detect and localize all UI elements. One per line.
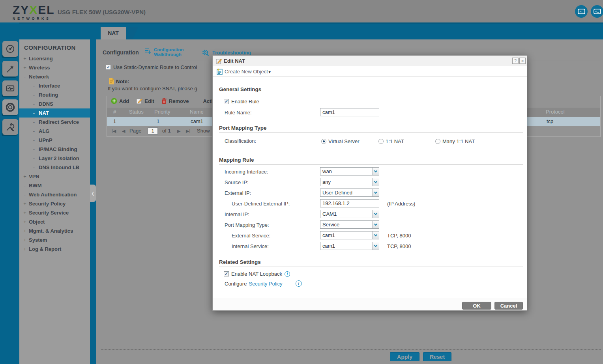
- col-name[interactable]: Name: [190, 109, 204, 115]
- ip-address-hint: (IP Address): [387, 201, 415, 207]
- note-text: If you want to configure SNAT, please g: [108, 86, 197, 91]
- port-mapping-type-label: Port Mapping Type:: [225, 222, 269, 228]
- sidebar-item-mgmt-analytics[interactable]: +Mgmt. & Analytics: [19, 226, 90, 235]
- info-icon[interactable]: i: [285, 271, 290, 277]
- radio-icon: [321, 139, 326, 144]
- sidebar-item-dns-inbound-lb[interactable]: -DNS Inbound LB: [19, 163, 90, 172]
- radio-many-1-1-nat[interactable]: Many 1:1 NAT: [435, 138, 475, 144]
- row-num: 1: [113, 118, 116, 124]
- sidebar-item-licensing[interactable]: +Licensing: [19, 54, 90, 63]
- reset-button[interactable]: Reset: [423, 352, 451, 361]
- radio-icon: [435, 139, 440, 144]
- radio-icon: [378, 139, 384, 144]
- port-mapping-type-heading: Port Mapping Type: [219, 125, 267, 131]
- col-protocol[interactable]: Protocol: [546, 109, 565, 115]
- setup-wizard-icon[interactable]: [2, 61, 18, 77]
- sidebar-collapse-handle[interactable]: ❮: [90, 185, 96, 202]
- tab-band: [0, 22, 603, 39]
- internal-ip-select[interactable]: CAM1: [320, 210, 379, 218]
- create-new-object-bar: Create New Object▼: [213, 66, 527, 77]
- static-route-row: ✓ Use Static-Dynamic Route to Control: [106, 64, 197, 70]
- sidebar-item-log-report[interactable]: +Log & Report: [19, 245, 90, 254]
- page-number-input[interactable]: [148, 127, 158, 134]
- incoming-interface-select[interactable]: wan: [320, 167, 379, 175]
- static-route-checkbox[interactable]: ✓: [106, 65, 111, 70]
- edit-button[interactable]: Edit: [136, 98, 154, 104]
- caret-down-icon: ▼: [268, 70, 272, 74]
- rule-name-input[interactable]: [320, 108, 379, 116]
- chevron-down-icon: [372, 242, 379, 250]
- dialog-title: Edit NAT: [224, 58, 245, 64]
- external-ip-select[interactable]: User Defined: [320, 189, 379, 197]
- external-service-label: External Service:: [232, 233, 270, 239]
- web-console-icon[interactable]: <..: [591, 5, 603, 18]
- apply-button[interactable]: Apply: [390, 352, 419, 361]
- show-label: Show: [197, 128, 210, 134]
- sidebar-item-security-service[interactable]: +Security Service: [19, 208, 90, 217]
- tab-nat[interactable]: NAT: [101, 27, 126, 39]
- sidebar: CONFIGURATION +Licensing +Wireless -Netw…: [19, 39, 90, 364]
- create-new-object-button[interactable]: Create New Object▼: [225, 69, 272, 75]
- sidebar-title: CONFIGURATION: [19, 39, 90, 54]
- configuration-walkthrough-link[interactable]: ConfigurationWalkthrough: [144, 47, 184, 57]
- sidebar-item-vpn[interactable]: +VPN: [19, 172, 90, 181]
- info-icon[interactable]: i: [296, 280, 302, 287]
- col-priority[interactable]: Priority: [154, 109, 170, 115]
- monitoring-icon[interactable]: [2, 80, 18, 96]
- last-page-icon[interactable]: ▶|: [186, 129, 190, 134]
- activate-bulb-icon: [196, 98, 201, 104]
- sidebar-item-redirect-service[interactable]: -Redirect Service: [19, 118, 90, 127]
- sidebar-item-upnp[interactable]: -UPnP: [19, 136, 90, 145]
- enable-nat-loopback-checkbox[interactable]: ✓: [224, 271, 229, 276]
- incoming-interface-label: Incoming Interface:: [225, 169, 268, 175]
- security-policy-link[interactable]: Security Policy: [249, 281, 282, 287]
- col-num[interactable]: #: [113, 109, 116, 115]
- note-row: Note:: [109, 78, 129, 84]
- next-page-icon[interactable]: ▶: [177, 129, 180, 134]
- sidebar-item-nat[interactable]: -NAT: [19, 108, 96, 118]
- port-mapping-type-select[interactable]: Service: [320, 220, 379, 229]
- sidebar-item-system[interactable]: +System: [19, 235, 90, 245]
- sidebar-item-web-authentication[interactable]: -Web Authentication: [19, 190, 90, 199]
- remove-button[interactable]: Remove: [161, 98, 189, 104]
- rule-name-label: Rule Name:: [225, 110, 252, 116]
- add-button[interactable]: Add: [111, 98, 129, 104]
- sidebar-item-layer2-isolation[interactable]: -Layer 2 Isolation: [19, 154, 90, 163]
- cancel-button[interactable]: Cancel: [494, 302, 523, 310]
- dialog-titlebar[interactable]: Edit NAT ? ×: [213, 56, 527, 66]
- prev-page-icon[interactable]: ◀: [122, 129, 125, 134]
- sidebar-item-ddns[interactable]: -DDNS: [19, 99, 90, 108]
- first-page-icon[interactable]: |◀: [112, 129, 116, 134]
- source-ip-select[interactable]: any: [320, 178, 379, 186]
- device-title: USG FLEX 50W (USG20W-VPN): [58, 9, 146, 15]
- divider: [219, 94, 523, 94]
- dashboard-gauge-icon[interactable]: [2, 41, 18, 57]
- sidebar-item-routing[interactable]: -Routing: [19, 90, 90, 99]
- internal-service-label: Internal Service:: [232, 243, 269, 249]
- help-button[interactable]: ?: [512, 58, 519, 64]
- sidebar-item-wireless[interactable]: +Wireless: [19, 63, 90, 72]
- radio-1-1-nat[interactable]: 1:1 NAT: [378, 138, 404, 144]
- sidebar-item-object[interactable]: +Object: [19, 217, 90, 226]
- external-service-select[interactable]: cam1: [320, 231, 379, 239]
- radio-virtual-server[interactable]: Virtual Server: [321, 138, 360, 144]
- col-status[interactable]: Status: [129, 109, 144, 115]
- row-name: cam1: [191, 118, 203, 124]
- sidebar-item-interface[interactable]: -Interface: [19, 81, 90, 90]
- sidebar-item-network[interactable]: -Network: [19, 72, 90, 81]
- sidebar-item-bwm[interactable]: -BWM: [19, 181, 90, 190]
- enable-rule-checkbox[interactable]: ✓: [224, 99, 229, 104]
- sidebar-item-ip-mac-binding[interactable]: -IP/MAC Binding: [19, 145, 90, 154]
- remove-trash-icon: [161, 98, 167, 104]
- configuration-gear-icon[interactable]: [2, 99, 18, 115]
- cli-console-icon[interactable]: >_: [575, 5, 588, 18]
- close-button[interactable]: ×: [519, 58, 526, 64]
- chevron-down-icon: [372, 189, 379, 196]
- maintenance-tools-icon[interactable]: [2, 119, 18, 135]
- add-icon: [111, 98, 117, 104]
- user-defined-external-ip-input[interactable]: [320, 199, 379, 207]
- sidebar-item-security-policy[interactable]: +Security Policy: [19, 199, 90, 208]
- internal-service-select[interactable]: cam1: [320, 242, 379, 250]
- ok-button[interactable]: OK: [462, 302, 491, 310]
- sidebar-item-alg[interactable]: -ALG: [19, 127, 90, 136]
